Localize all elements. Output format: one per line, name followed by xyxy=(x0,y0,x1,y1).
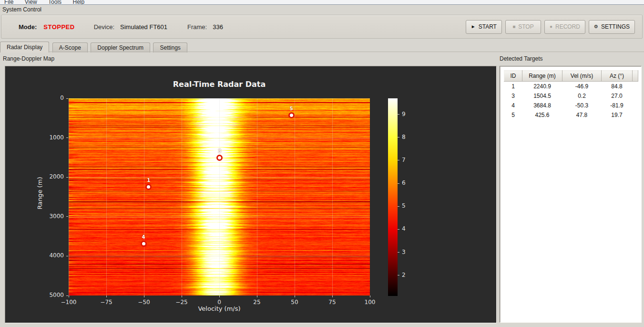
y-tick-label: 5000 xyxy=(41,292,64,298)
y-tick-label: 0 xyxy=(41,95,64,101)
x-tick-mark xyxy=(144,295,144,297)
menu-item-view[interactable]: View xyxy=(25,0,37,5)
table-cell: 5 xyxy=(504,110,522,120)
y-tick-label: 3000 xyxy=(41,213,64,220)
menu-bar: File View Tools Help xyxy=(0,0,644,5)
record-button[interactable]: ● RECORD xyxy=(544,20,585,34)
colorbar-tick-label: 7 xyxy=(402,157,406,163)
column-header-id[interactable]: ID xyxy=(504,71,522,82)
table-cell: 3684.8 xyxy=(522,101,562,110)
x-tick-mark xyxy=(219,295,220,297)
colorbar-tick-mark xyxy=(398,114,399,115)
x-tick-mark xyxy=(332,295,333,297)
table-cell: 2240.9 xyxy=(522,82,562,92)
target-marker-1 xyxy=(145,184,152,190)
tab-bar: Radar Display A-Scope Doppler Spectrum S… xyxy=(0,42,644,52)
device-value: Simulated FT601 xyxy=(120,23,167,31)
table-row[interactable]: 5425.647.819.7 xyxy=(504,110,638,120)
x-tick-label: −25 xyxy=(171,299,192,306)
column-header-filler xyxy=(633,71,638,82)
table-cell: 425.6 xyxy=(522,110,562,120)
x-tick-mark xyxy=(106,295,107,297)
control-buttons: ► START ■ STOP ● RECORD ⚙ SETTINGS xyxy=(466,20,635,34)
range-doppler-plot-panel: Real-Time Radar Data Range (m) Velocity … xyxy=(5,66,497,323)
stop-button-label: STOP xyxy=(518,23,533,30)
menu-item-tools[interactable]: Tools xyxy=(48,0,61,5)
x-tick-label: −75 xyxy=(96,299,117,306)
x-tick-label: 0 xyxy=(209,299,230,306)
colorbar-tick-label: 4 xyxy=(402,225,406,232)
colorbar-tick-mark xyxy=(398,206,399,207)
y-tick-mark xyxy=(66,295,68,296)
x-tick-mark xyxy=(257,295,257,297)
table-cell xyxy=(633,82,638,92)
colorbar-tick-mark xyxy=(398,183,399,184)
table-cell: 19.7 xyxy=(602,110,633,120)
column-header-vel[interactable]: Vel (m/s) xyxy=(562,71,602,82)
device-label: Device: xyxy=(94,23,114,31)
frame-label: Frame: xyxy=(187,23,207,31)
table-cell: 4 xyxy=(504,101,522,110)
x-tick-label: 50 xyxy=(284,299,305,306)
system-control-group: Mode: STOPPED Device: Simulated FT601 Fr… xyxy=(1,15,643,39)
tab-radar-display[interactable]: Radar Display xyxy=(0,42,49,53)
colorbar-tick-label: 8 xyxy=(402,134,406,140)
colorbar-tick-label: 6 xyxy=(402,179,406,186)
tab-doppler-spectrum[interactable]: Doppler Spectrum xyxy=(91,42,150,53)
table-cell: -46.9 xyxy=(562,82,602,92)
x-tick-label: −100 xyxy=(58,299,79,306)
colorbar-tick-mark xyxy=(398,252,399,253)
y-tick-mark xyxy=(66,256,68,256)
x-tick-label: −50 xyxy=(133,299,154,306)
colorbar-tick-mark xyxy=(398,275,399,275)
menu-item-help[interactable]: Help xyxy=(73,0,85,5)
detected-targets-table: ID Range (m) Vel (m/s) Az (°) 12240.9-46… xyxy=(504,70,638,120)
tab-bar-divider xyxy=(0,52,644,52)
y-axis-label: Range (m) xyxy=(36,177,43,209)
table-row[interactable]: 31504.50.227.0 xyxy=(504,91,638,101)
table-row[interactable]: 12240.9-46.984.8 xyxy=(504,82,638,92)
colorbar-tick-label: 2 xyxy=(402,272,406,278)
x-tick-mark xyxy=(295,295,295,297)
x-tick-label: 100 xyxy=(359,299,380,306)
range-doppler-heatmap xyxy=(69,98,370,295)
table-cell: 1 xyxy=(504,82,522,92)
tab-settings[interactable]: Settings xyxy=(153,42,187,53)
x-tick-mark xyxy=(370,295,370,297)
x-tick-label: 75 xyxy=(322,299,343,306)
table-cell: 1504.5 xyxy=(522,91,562,101)
colorbar-tick-label: 5 xyxy=(402,202,406,209)
gear-icon: ⚙ xyxy=(594,24,598,29)
y-tick-label: 2000 xyxy=(41,173,64,180)
target-marker-5 xyxy=(288,112,295,118)
column-header-az[interactable]: Az (°) xyxy=(602,71,633,82)
table-cell xyxy=(633,91,638,101)
frame-counter: 336 xyxy=(213,23,223,31)
y-tick-label: 1000 xyxy=(41,134,64,141)
table-cell xyxy=(633,101,638,110)
colorbar-tick-mark xyxy=(398,229,399,230)
table-cell: 84.8 xyxy=(602,82,633,92)
y-tick-mark xyxy=(66,98,68,99)
x-axis-label: Velocity (m/s) xyxy=(69,305,370,312)
record-icon: ● xyxy=(550,24,552,29)
table-row[interactable]: 43684.8-50.3-81.9 xyxy=(504,101,638,110)
target-marker-label: 5 xyxy=(290,106,293,111)
start-button-label: START xyxy=(479,23,497,30)
table-cell: 47.8 xyxy=(562,110,602,120)
x-tick-mark xyxy=(182,295,182,297)
column-header-range[interactable]: Range (m) xyxy=(522,71,562,82)
stop-button[interactable]: ■ STOP xyxy=(505,20,541,34)
colorbar-tick-label: 3 xyxy=(402,249,406,255)
x-tick-mark xyxy=(69,295,69,297)
start-button[interactable]: ► START xyxy=(466,20,502,34)
menu-item-file[interactable]: File xyxy=(4,0,13,5)
settings-button[interactable]: ⚙ SETTINGS xyxy=(589,20,635,34)
radar-app-window: File View Tools Help System Control Mode… xyxy=(0,0,644,327)
tab-a-scope[interactable]: A-Scope xyxy=(52,42,88,53)
detected-targets-panel: ID Range (m) Vel (m/s) Az (°) 12240.9-46… xyxy=(500,66,642,323)
y-tick-mark xyxy=(66,137,68,138)
table-cell: -81.9 xyxy=(602,101,633,110)
y-tick-mark xyxy=(66,216,68,217)
target-marker-label: 1 xyxy=(147,178,150,183)
